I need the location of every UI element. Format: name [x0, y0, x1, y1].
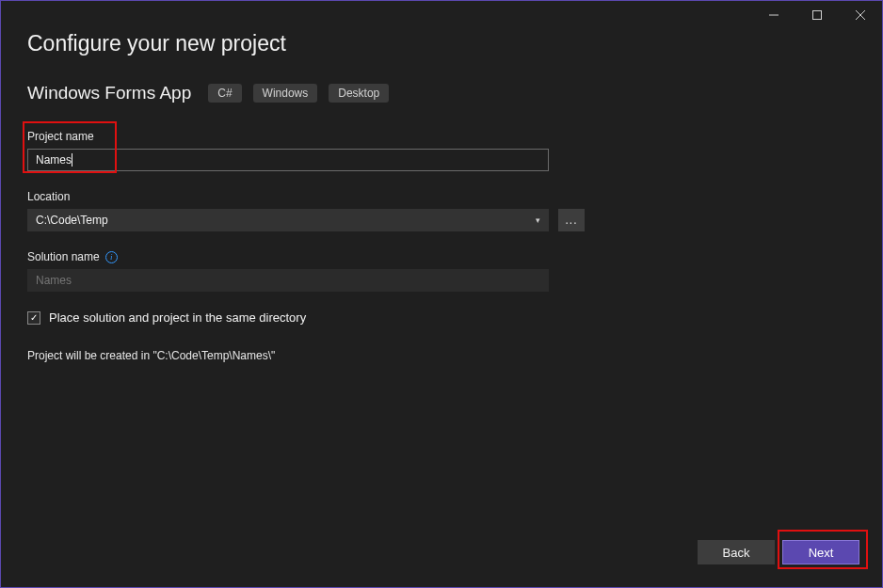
- tag-type: Desktop: [329, 84, 389, 103]
- location-select[interactable]: C:\Code\Temp ▾: [27, 209, 549, 231]
- tag-platform: Windows: [253, 84, 318, 103]
- solution-name-input: [27, 269, 549, 292]
- location-field: Location C:\Code\Temp ▾ ...: [27, 190, 856, 231]
- svg-rect-1: [813, 11, 822, 20]
- project-name-field: Project name Names: [27, 130, 856, 171]
- tag-language: C#: [208, 84, 241, 103]
- close-button[interactable]: [839, 3, 882, 27]
- text-caret: [72, 153, 72, 167]
- same-directory-checkbox[interactable]: ✓: [27, 311, 40, 325]
- template-name: Windows Forms App: [27, 83, 191, 103]
- page-title: Configure your new project: [27, 31, 856, 56]
- location-value: C:\Code\Temp: [36, 214, 108, 227]
- close-icon: [856, 10, 865, 20]
- maximize-button[interactable]: [795, 3, 839, 27]
- footer-buttons: Back Next: [698, 540, 859, 564]
- project-name-label: Project name: [27, 130, 856, 143]
- location-label: Location: [27, 190, 856, 203]
- project-name-input[interactable]: Names: [27, 149, 549, 171]
- solution-name-field: Solution name i: [27, 250, 856, 292]
- solution-name-label-text: Solution name: [27, 250, 100, 263]
- check-icon: ✓: [30, 312, 38, 323]
- window-titlebar: [1, 1, 882, 27]
- creation-path-summary: Project will be created in "C:\Code\Temp…: [27, 349, 856, 362]
- solution-name-label: Solution name i: [27, 250, 856, 263]
- maximize-icon: [812, 10, 822, 20]
- browse-button[interactable]: ...: [558, 209, 585, 231]
- back-button[interactable]: Back: [698, 540, 775, 564]
- template-row: Windows Forms App C# Windows Desktop: [27, 83, 856, 103]
- minimize-button[interactable]: [752, 3, 795, 27]
- same-directory-checkbox-row[interactable]: ✓ Place solution and project in the same…: [27, 310, 856, 325]
- minimize-icon: [769, 10, 779, 20]
- project-name-value: Names: [36, 153, 72, 167]
- info-icon[interactable]: i: [105, 251, 118, 263]
- next-button[interactable]: Next: [782, 540, 859, 564]
- chevron-down-icon: ▾: [536, 215, 540, 225]
- same-directory-label: Place solution and project in the same d…: [49, 310, 306, 325]
